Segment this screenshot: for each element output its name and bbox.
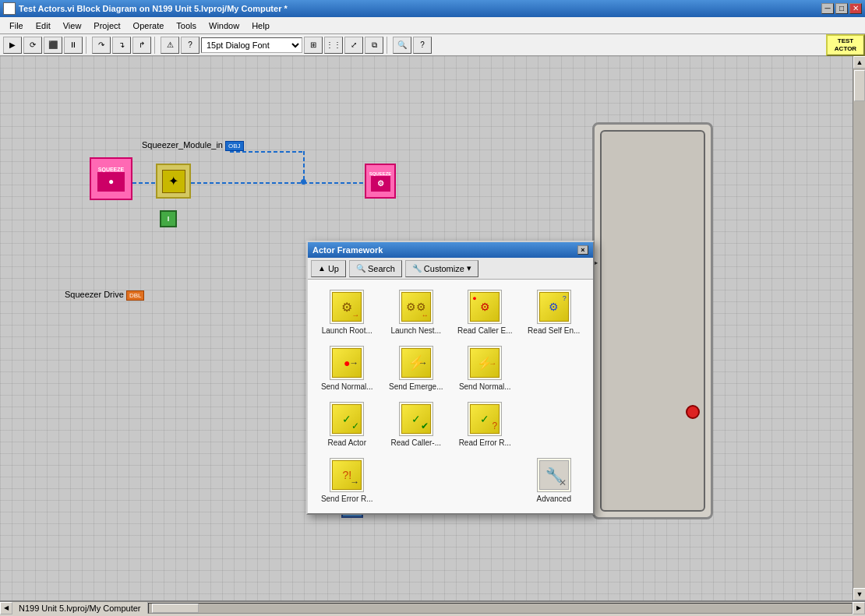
step-over-button[interactable]: ↷ [92,37,111,54]
reorder-button[interactable]: ⧉ [365,37,383,54]
wire-h3 [230,151,305,153]
window-controls: ─ □ ✕ [821,3,862,14]
menu-window[interactable]: Window [203,17,245,33]
scroll-left-button[interactable]: ◀ [0,602,12,614]
read-caller-label: Read Caller-... [391,438,441,447]
minimize-button[interactable]: ─ [821,3,834,14]
palette-item-advanced[interactable]: 🔧 ✕ Advanced [521,454,588,507]
run-cont-button[interactable]: ⟳ [23,37,42,54]
step-into-button[interactable]: ↴ [112,37,131,54]
palette-item-read-actor[interactable]: ✓ ✓ Read Actor [314,398,380,451]
title-bar: VI Test Actors.vi Block Diagram on N199 … [0,0,865,17]
search-button[interactable]: 🔍 [393,37,411,54]
wire-h2 [191,182,366,184]
red-circle-indicator[interactable] [686,405,700,419]
green-block[interactable]: I [160,210,177,227]
palette-item-launch-nest[interactable]: ⚙⚙ ↔ Launch Nest... [383,286,450,339]
h-scroll-thumb[interactable] [152,604,199,613]
block-diagram-canvas[interactable]: Squeezer_Module_in OBJ SQUEEZE ● ✦ [0,56,853,600]
menu-bar: File Edit View Project Operate Tools Win… [0,17,865,34]
launch-nest-icon: ⚙⚙ ↔ [399,290,433,324]
actor-framework-dialog[interactable]: Actor Framework × Up 🔍 Search 🔧 Customiz… [306,241,595,515]
read-self-en-icon: ⚙ ? [537,290,571,324]
window-title: Test Actors.vi Block Diagram on N199 Uni… [19,4,288,13]
palette-item-send-emerge[interactable]: ⚡ → Send Emerge... [383,342,450,395]
menu-help[interactable]: Help [245,17,276,33]
warning-button[interactable]: ⚠ [161,37,179,54]
obj-badge: OBJ [225,141,244,151]
toolbar: ▶ ⟳ ⬛ ⏸ ↷ ↴ ↱ ⚠ ? 15pt Dialog Font ⊞ ⋮⋮ … [0,34,865,56]
palette-empty-slot2 [521,398,588,451]
read-error-r-icon: ✓ ? [468,402,502,436]
palette-item-read-error-r[interactable]: ✓ ? Read Error R... [452,398,518,451]
palette-item-read-self-en[interactable]: ⚙ ? Read Self En... [521,286,588,339]
step-out-button[interactable]: ↱ [132,37,151,54]
send-normal1-icon: ● → [330,346,364,380]
read-caller-icon: ✓ ✔ [399,402,433,436]
send-normal2-icon: ⚡ → [468,346,502,380]
menu-edit[interactable]: Edit [30,17,57,33]
mid-block[interactable]: ✦ [156,164,191,199]
launch-root-label: Launch Root... [322,326,372,335]
resize-button[interactable]: ⤢ [344,37,363,54]
context-help-button[interactable]: ? [181,37,199,54]
search-button-dialog[interactable]: 🔍 Search [349,260,402,277]
customize-button[interactable]: 🔧 Customize ▾ [405,260,478,277]
read-error-r-label: Read Error R... [459,438,511,447]
horizontal-scrollbar[interactable]: ◀ N199 Unit 5.lvproj/My Computer ▶ [0,601,865,614]
menu-view[interactable]: View [57,17,88,33]
send-emerge-label: Send Emerge... [389,382,443,391]
vertical-scrollbar[interactable]: ▲ ▼ [853,56,865,600]
send-emerge-icon: ⚡ → [399,346,433,380]
abort-button[interactable]: ⬛ [44,37,62,54]
up-button[interactable]: Up [311,260,346,277]
scroll-track[interactable] [853,69,865,588]
palette-item-read-caller-e[interactable]: ⚙ ● Read Caller E... [452,286,518,339]
separator1 [86,37,89,54]
separator3 [387,37,390,54]
launch-root-icon: ⚙ → [330,290,364,324]
help-button[interactable]: ? [413,37,432,54]
squeezer-block-right[interactable]: SQUEEZE ⚙ [365,164,396,199]
palette-item-send-normal1[interactable]: ● → Send Normal... [314,342,380,395]
menu-operate[interactable]: Operate [127,17,171,33]
frame-inner [600,130,705,512]
palette-grid: ⚙ → Launch Root... ⚙⚙ ↔ Launch Nest... [308,280,593,513]
palette-item-read-caller[interactable]: ✓ ✔ Read Caller-... [383,398,450,451]
align-button[interactable]: ⊞ [304,37,323,54]
squeezer-inner: ● [97,172,125,192]
dialog-title-bar: Actor Framework × [308,242,593,258]
squeezer-block-left[interactable]: SQUEEZE ● [90,157,132,200]
palette-empty-slot4 [452,454,518,507]
wire-h1 [132,182,157,184]
scroll-right-button[interactable]: ▶ [853,602,865,614]
menu-tools[interactable]: Tools [170,17,203,33]
close-button[interactable]: ✕ [849,3,862,14]
scroll-up-button[interactable]: ▲ [853,56,865,69]
send-error-r-icon: ?! → [330,458,364,492]
send-normal1-label: Send Normal... [321,382,373,391]
wrench-icon: 🔧 [412,264,422,273]
palette-item-launch-root[interactable]: ⚙ → Launch Root... [314,286,380,339]
test-actor-button[interactable]: TEST ACTOR [826,34,865,56]
dialog-toolbar: Up 🔍 Search 🔧 Customize ▾ [308,258,593,280]
bottom-area: ◀ N199 Unit 5.lvproj/My Computer ▶ [0,600,865,616]
menu-file[interactable]: File [3,17,30,33]
pause-button[interactable]: ⏸ [64,37,83,54]
distribute-button[interactable]: ⋮⋮ [324,37,343,54]
wire-v1 [303,151,305,181]
palette-item-send-normal2[interactable]: ⚡ → Send Normal... [452,342,518,395]
mid-inner: ✦ [162,170,185,193]
run-button[interactable]: ▶ [3,37,22,54]
font-select[interactable]: 15pt Dialog Font [201,37,302,53]
advanced-icon: 🔧 ✕ [537,458,571,492]
dialog-close-button[interactable]: × [577,245,588,255]
customize-dropdown-icon: ▾ [467,263,471,273]
palette-item-send-error-r[interactable]: ?! → Send Error R... [314,454,380,507]
scroll-down-button[interactable]: ▼ [853,588,865,600]
h-scroll-track[interactable] [148,603,853,614]
maximize-button[interactable]: □ [835,3,848,14]
menu-project[interactable]: Project [87,17,126,33]
scroll-thumb[interactable] [854,70,865,101]
project-label: N199 Unit 5.lvproj/My Computer [12,602,148,614]
